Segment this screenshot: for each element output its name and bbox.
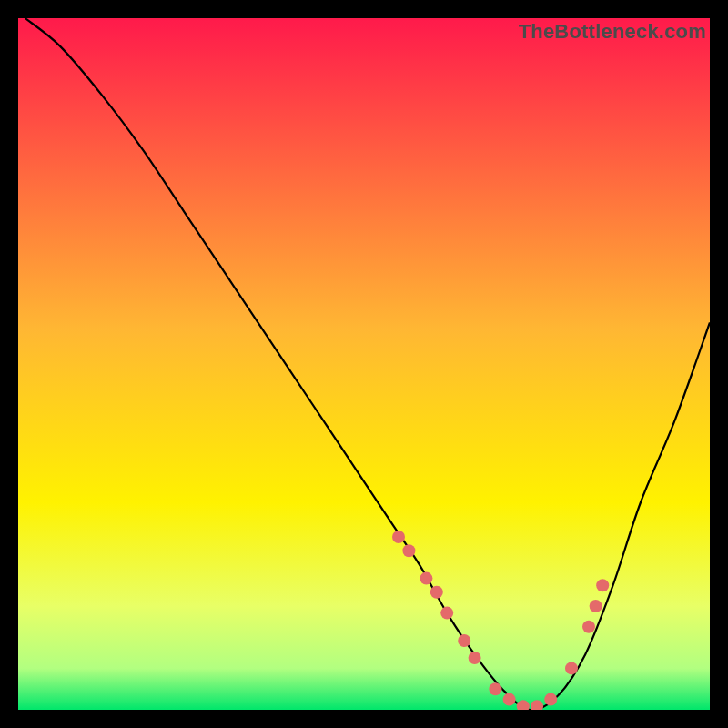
gpu-marker xyxy=(440,607,453,620)
gpu-marker xyxy=(582,621,595,633)
gpu-marker xyxy=(402,544,415,557)
gpu-marker xyxy=(469,652,481,664)
gpu-marker xyxy=(565,662,578,674)
gpu-marker xyxy=(544,693,557,706)
gpu-marker xyxy=(503,693,516,706)
gpu-marker xyxy=(489,682,501,695)
gpu-marker xyxy=(392,531,405,543)
bottleneck-chart xyxy=(18,18,710,710)
gpu-marker xyxy=(420,572,432,585)
gpu-marker xyxy=(458,634,470,647)
gpu-marker xyxy=(430,586,443,599)
chart-frame: TheBottleneck.com xyxy=(18,18,710,710)
gpu-marker xyxy=(590,600,602,612)
gpu-marker xyxy=(596,579,609,592)
watermark-label: TheBottleneck.com xyxy=(519,20,706,44)
